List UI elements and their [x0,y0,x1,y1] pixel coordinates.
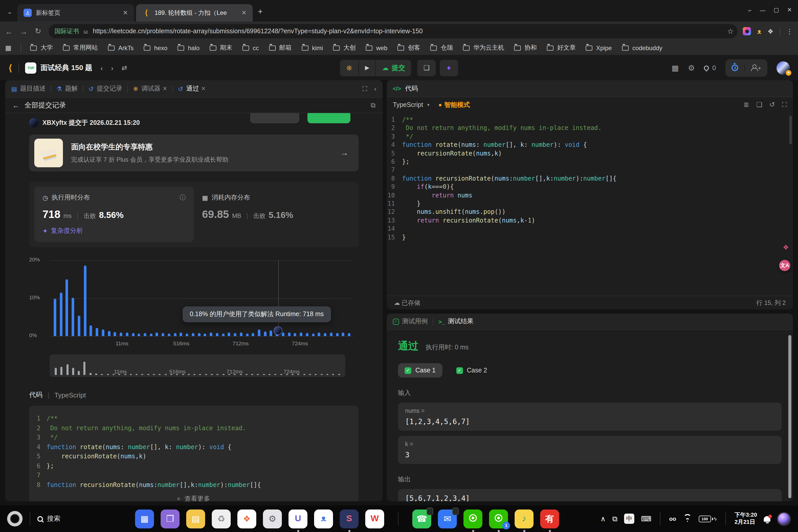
capture-extension-icon[interactable] [743,27,751,35]
collapse-icon[interactable]: ‹ [374,85,377,93]
new-tab-button[interactable]: + [258,7,263,16]
invite-button[interactable]: + [744,64,767,71]
share-link-icon[interactable]: ⧉ [370,101,376,109]
apps-grid-icon[interactable]: ▦ [5,44,12,52]
bookmark-folder[interactable]: ArkTs [108,44,134,52]
runtime-bar[interactable] [126,333,128,336]
next-problem-icon[interactable]: › [111,64,113,72]
runtime-bar[interactable] [54,299,56,336]
nums-value[interactable]: [1,2,3,4,5,6,7] [405,417,775,425]
keyboard-icon[interactable]: ⌨ [641,515,651,523]
taskbar-app-wechat[interactable]: ⦿ [463,509,482,528]
tab-testcase[interactable]: ✓ 测试用例 [393,317,428,326]
bookmark-folder[interactable]: 仓颉 [431,43,453,52]
runtime-bar[interactable] [210,333,212,336]
tab-submissions[interactable]: ↺ 提交记录 [89,84,122,93]
bookmark-folder[interactable]: Xpipe [586,44,612,52]
bookmark-icon[interactable]: ❏ [756,101,762,109]
runtime-bar[interactable] [348,333,350,336]
chevron-down-icon[interactable]: ▾ [427,102,430,108]
notes-button[interactable]: ❏ [417,60,436,76]
launcher-ring-icon[interactable] [7,511,22,526]
runtime-bar[interactable] [228,332,230,336]
taskbar-app-qq-music[interactable]: ♪ [515,509,534,528]
layout-grid-icon[interactable]: ▦ [671,63,679,72]
submit-button[interactable]: ☁ 提交 [376,60,411,76]
back-arrow-icon[interactable]: ← [12,101,19,109]
taskbar-app-cat-assistant[interactable]: ᴥ [314,509,333,528]
editor-open-button-partial[interactable] [250,113,299,123]
smart-mode-toggle[interactable]: 智能模式 [439,100,470,109]
user-avatar[interactable]: ★ [777,61,790,74]
address-bar[interactable]: 国际证书 ⚍ https://leetcode.cn/problems/rota… [48,24,737,38]
tab-close-icon[interactable]: ✕ [122,8,129,17]
runtime-bar[interactable] [60,292,62,336]
daily-streak[interactable]: 0 [704,64,716,72]
runtime-tile[interactable]: ◷ 执行用时分布 ⓘ 718 ms | 击败 8.56% ✦ [34,187,194,242]
taskbar-app-photos[interactable]: ❖ [238,509,256,528]
tab-search-chevron-icon[interactable]: ⌄ [7,8,12,15]
runtime-bar[interactable] [192,333,194,336]
runtime-bar[interactable] [288,332,290,336]
taskbar-app-youdao[interactable]: 有 [540,509,559,528]
bookmark-folder[interactable]: 大学 [31,43,53,52]
input-method-icon[interactable]: 中 [624,514,634,524]
bookmark-folder[interactable]: codebuddy [622,44,662,52]
bookmark-folder[interactable]: 常用网站 [63,43,98,52]
extensions-puzzle-icon[interactable]: ❖ [767,27,774,35]
runtime-bar[interactable] [306,333,308,336]
runtime-bar[interactable] [264,331,266,336]
runtime-bar[interactable] [180,333,182,336]
debug-button[interactable]: ❋ [340,60,358,76]
all-submissions-link[interactable]: 全部提交记录 [24,100,66,110]
undo-icon[interactable]: ↺ [770,101,775,109]
k-input-box[interactable]: k = 3 [398,436,782,464]
tab-debugger[interactable]: ❋ 调试器 ✕ [133,84,167,93]
tab-testresult[interactable]: >_ 测试结果 [438,317,473,326]
bookmark-folder[interactable]: 邮箱 [269,43,291,52]
bookmark-folder[interactable]: 华为云主机 [463,43,504,52]
url-text[interactable]: https://leetcode.cn/problems/rotate-arra… [93,27,732,35]
taskbar-app-wechat-work[interactable]: ⦿1 [489,509,508,528]
memory-tile[interactable]: ▦ 消耗内存分布 69.85 MB | 击败 5.16% [194,187,354,242]
test-panel-scrollbar[interactable] [788,335,791,498]
case-2-chip[interactable]: ✓ Case 2 [450,363,494,378]
runtime-bar[interactable] [342,333,344,336]
study-plan-icon[interactable]: TOP [25,62,36,73]
browser-tab-newtab[interactable]: ♙ 新标签页 ✕ [17,4,134,21]
runtime-bar[interactable] [294,333,297,336]
bookmark-folder[interactable]: cc [243,44,259,52]
show-more-button[interactable]: » 查看更多 [29,490,359,501]
runtime-bar[interactable] [258,330,260,336]
runtime-bar[interactable] [318,333,321,336]
battery-icon[interactable]: 100 ϟ [699,515,717,522]
expand-icon[interactable]: ⛶ [782,101,787,109]
settings-gear-icon[interactable]: ⚙ [688,63,695,72]
taskbar-app-s-app[interactable]: S [340,509,359,528]
runtime-bar[interactable] [102,330,104,336]
runtime-bar[interactable] [150,334,152,336]
shuffle-icon[interactable]: ⇄ [121,64,127,72]
runtime-bar[interactable] [78,316,80,336]
monaco-editor[interactable]: 1/**2 Do not return anything, modify num… [387,113,793,296]
nums-input-box[interactable]: nums = [1,2,3,4,5,6,7] [398,403,782,431]
forward-icon[interactable]: → [20,27,27,36]
runtime-bar[interactable] [222,334,224,336]
tab-accepted[interactable]: ↺ 通过 ✕ [178,84,206,93]
bookmark-folder[interactable]: halo [178,44,200,52]
runtime-bar[interactable] [246,334,248,336]
site-settings-icon[interactable]: ⚍ [83,28,89,35]
taskbar-app-app-store[interactable]: ▦ [135,509,154,528]
taskbar-app-trash[interactable]: ♻ [212,509,231,528]
runtime-bar[interactable] [240,333,243,336]
runtime-bar[interactable] [90,325,92,336]
format-icon[interactable]: ≣ [743,101,749,109]
runtime-bar[interactable] [66,279,68,336]
runtime-bar[interactable] [204,334,206,336]
taskbar-app-u-app[interactable]: U [288,509,307,528]
earbuds-icon[interactable]: oo [669,516,676,522]
k-value[interactable]: 3 [405,451,775,459]
banner-arrow-icon[interactable]: → [340,148,348,157]
back-icon[interactable]: ← [5,27,13,36]
runtime-bar[interactable] [138,334,140,336]
